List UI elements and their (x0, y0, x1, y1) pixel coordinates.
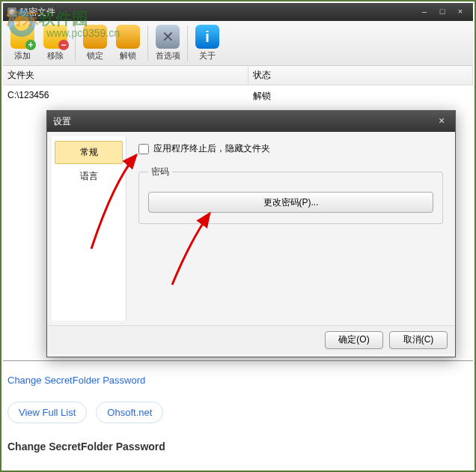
sidebar-item-language[interactable]: 语言 (55, 166, 123, 187)
dialog-main: 应用程序终止后，隐藏文件夹 密码 更改密码(P)... (126, 132, 455, 325)
info-icon: i (195, 25, 219, 49)
about-button[interactable]: i 关于 (191, 22, 224, 64)
close-button[interactable]: × (452, 6, 469, 18)
ok-button[interactable]: 确定(O) (325, 331, 383, 349)
unlock-label: 解锁 (120, 51, 136, 60)
view-full-list-button[interactable]: View Full List (7, 402, 87, 423)
change-password-button[interactable]: 更改密码(P)... (148, 192, 433, 213)
minimize-button[interactable]: – (416, 6, 433, 18)
sidebar-item-general[interactable]: 常规 (55, 141, 123, 164)
watermark-url: www.pc0359.cn (46, 27, 120, 39)
lock-label: 锁定 (87, 51, 103, 60)
cancel-label: 取消(C) (403, 334, 434, 345)
titlebar: 秘密文件 – □ × (3, 3, 473, 21)
cancel-button[interactable]: 取消(C) (389, 331, 448, 349)
dialog-title: 设置 (53, 115, 71, 128)
settings-dialog: 设置 × 常规 语言 应用程序终止后，隐藏文件夹 密码 更改密码(P)... 确… (46, 110, 456, 357)
about-label: 关于 (199, 51, 216, 60)
tools-icon (156, 25, 180, 49)
page-link-row: Change SecretFolder Password (7, 375, 145, 386)
change-password-label: 更改密码(P)... (263, 197, 319, 208)
remove-label: 移除 (47, 51, 64, 60)
change-password-link[interactable]: Change SecretFolder Password (7, 375, 145, 386)
pill-row: View Full List Ohsoft.net (7, 402, 163, 423)
table-row[interactable]: C:\123456 解锁 (3, 85, 473, 107)
watermark-logo-icon (4, 6, 39, 40)
prefs-label: 首选项 (156, 51, 180, 60)
maximize-button[interactable]: □ (434, 6, 451, 18)
sidebar-item-label: 常规 (80, 147, 98, 157)
dialog-close-button[interactable]: × (434, 115, 449, 128)
ok-label: 确定(O) (338, 334, 369, 345)
password-fieldset: 密码 更改密码(P)... (138, 166, 443, 224)
toolbar-divider (187, 25, 188, 61)
ohsoft-link-button[interactable]: Ohsoft.net (96, 402, 163, 423)
cell-status: 解锁 (248, 88, 473, 104)
toolbar-divider (147, 25, 148, 61)
preferences-button[interactable]: 首选项 (151, 22, 184, 64)
password-legend: 密码 (148, 166, 172, 178)
sidebar-item-label: 语言 (80, 171, 98, 181)
dialog-titlebar: 设置 × (47, 111, 455, 132)
hide-after-quit-label: 应用程序终止后，隐藏文件夹 (153, 142, 270, 155)
dialog-footer: 确定(O) 取消(C) (47, 325, 455, 354)
hide-after-quit-checkbox[interactable] (138, 144, 149, 154)
col-folder[interactable]: 文件夹 (3, 66, 248, 85)
col-status[interactable]: 状态 (248, 66, 473, 85)
list-header: 文件夹 状态 (3, 66, 473, 85)
add-label: 添加 (14, 51, 31, 60)
hide-after-quit-row[interactable]: 应用程序终止后，隐藏文件夹 (138, 142, 443, 155)
cell-path: C:\123456 (3, 88, 248, 104)
page-heading: Change SecretFolder Password (7, 441, 165, 453)
dialog-sidebar: 常规 语言 (52, 136, 126, 321)
